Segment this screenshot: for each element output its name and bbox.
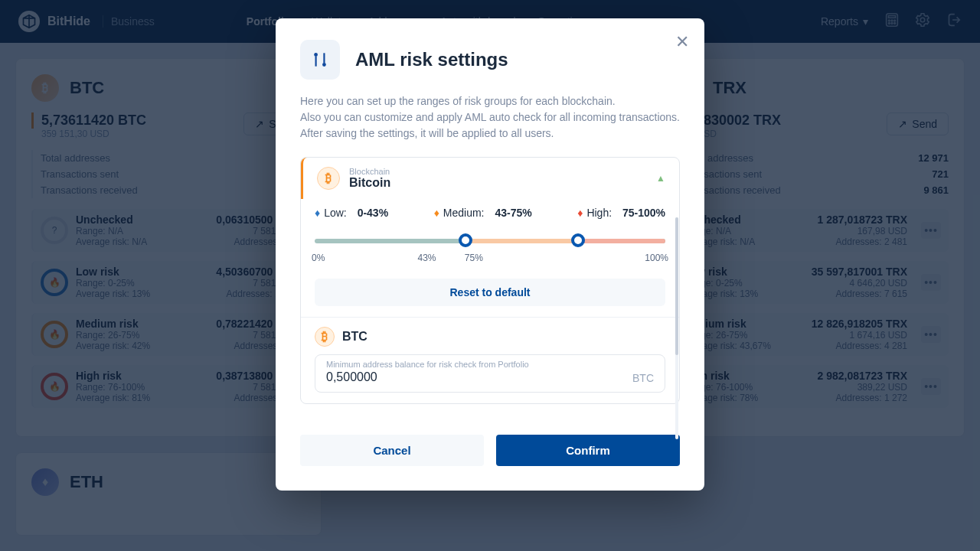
aml-risk-settings-modal: ✕ AML risk settings Here you can set up … bbox=[276, 18, 704, 491]
modal-scrollbar[interactable] bbox=[675, 217, 678, 439]
scrollbar-thumb[interactable] bbox=[675, 217, 678, 355]
cancel-button[interactable]: Cancel bbox=[300, 435, 484, 466]
svg-rect-10 bbox=[315, 57, 317, 67]
field-value: 0,500000 bbox=[326, 370, 654, 384]
close-button[interactable]: ✕ bbox=[675, 34, 689, 51]
slider-handle-2[interactable] bbox=[571, 233, 585, 247]
slider-handle-1[interactable] bbox=[459, 233, 472, 247]
drop-icon: ♦ bbox=[434, 207, 439, 219]
range-labels: ♦Low: 0-43% ♦Medium: 43-75% ♦High: 75-10… bbox=[301, 199, 679, 219]
field-hint: Minimum address balance for risk check f… bbox=[326, 360, 654, 369]
field-unit: BTC bbox=[632, 372, 654, 384]
slider-ticks: 0% 43% 75% 100% bbox=[301, 253, 679, 271]
modal-footer: Cancel Confirm bbox=[276, 419, 704, 466]
blockchain-label: Blockchain bbox=[349, 167, 390, 176]
svg-point-11 bbox=[322, 63, 326, 67]
modal-title: AML risk settings bbox=[355, 49, 508, 70]
min-balance-field[interactable]: Minimum address balance for risk check f… bbox=[315, 354, 665, 393]
blockchain-select[interactable]: ₿ Blockchain Bitcoin ▲ bbox=[301, 158, 679, 199]
modal-description: Here you can set up the ranges of risk g… bbox=[276, 93, 704, 142]
collapse-icon[interactable]: ▲ bbox=[656, 173, 665, 184]
svg-rect-12 bbox=[323, 53, 325, 63]
range-slider[interactable] bbox=[315, 234, 665, 246]
blockchain-panel: ₿ Blockchain Bitcoin ▲ ♦Low: 0-43% ♦Medi… bbox=[300, 157, 680, 404]
subcoin-header: ₿ BTC bbox=[301, 317, 679, 350]
drop-icon: ♦ bbox=[315, 207, 320, 219]
blockchain-name: Bitcoin bbox=[349, 176, 390, 190]
confirm-button[interactable]: Confirm bbox=[496, 435, 680, 466]
slider-track-high bbox=[578, 239, 666, 243]
bitcoin-icon: ₿ bbox=[317, 167, 340, 190]
sliders-icon bbox=[300, 40, 340, 80]
svg-point-9 bbox=[314, 53, 318, 57]
bitcoin-icon: ₿ bbox=[315, 327, 335, 347]
drop-icon: ♦ bbox=[577, 207, 583, 219]
reset-button[interactable]: Reset to default bbox=[315, 279, 665, 306]
slider-track-medium bbox=[466, 239, 578, 243]
